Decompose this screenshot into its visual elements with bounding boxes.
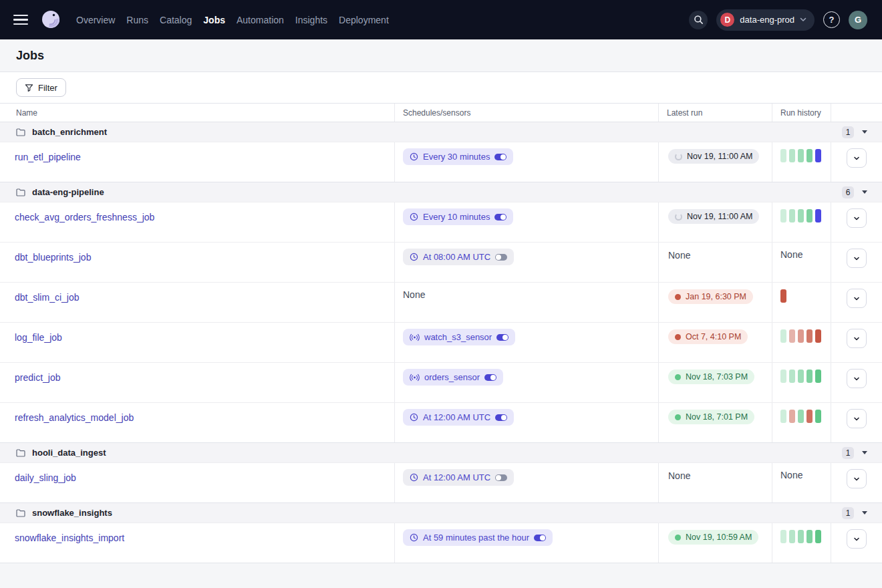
run-history-bar[interactable] — [789, 370, 795, 383]
row-actions-cell — [831, 202, 882, 242]
expand-row-button[interactable] — [847, 329, 867, 348]
group-row[interactable]: batch_enrichment1 — [0, 122, 882, 142]
group-collapse-caret-icon[interactable] — [862, 190, 867, 194]
jobs-table-body: batch_enrichment1run_etl_pipelineEvery 3… — [0, 122, 882, 563]
run-history-bar[interactable] — [780, 370, 786, 383]
expand-row-button[interactable] — [847, 469, 867, 488]
run-history-bar[interactable] — [789, 329, 795, 343]
run-history-bar[interactable] — [798, 530, 804, 543]
schedule-toggle[interactable] — [484, 374, 496, 381]
schedule-name-link[interactable]: At 59 minutes past the hour — [423, 533, 529, 543]
schedules-cell: At 59 minutes past the hour — [394, 523, 658, 563]
expand-row-button[interactable] — [847, 529, 867, 549]
latest-run-link[interactable]: Nov 19, 11:00 AM — [687, 152, 752, 161]
nav-item-automation[interactable]: Automation — [237, 12, 284, 28]
job-name-link[interactable]: predict_job — [15, 372, 61, 383]
latest-run-link[interactable]: Nov 18, 7:01 PM — [686, 412, 748, 422]
run-history-bar[interactable] — [789, 149, 795, 162]
latest-run-link[interactable]: Nov 19, 11:00 AM — [687, 212, 752, 221]
run-history-bar[interactable] — [780, 289, 786, 303]
job-name-link[interactable]: run_etl_pipeline — [15, 152, 81, 162]
sensor-name-link[interactable]: watch_s3_sensor — [424, 332, 492, 342]
run-history-bar[interactable] — [789, 209, 795, 223]
sensor-name-link[interactable]: orders_sensor — [424, 372, 480, 382]
group-collapse-caret-icon[interactable] — [862, 511, 867, 514]
column-header-name: Name — [0, 104, 394, 122]
latest-run-link[interactable]: Oct 7, 4:10 PM — [686, 332, 741, 341]
schedule-name-link[interactable]: At 08:00 AM UTC — [423, 252, 490, 262]
run-history-bar[interactable] — [798, 410, 804, 423]
nav-item-runs[interactable]: Runs — [126, 12, 148, 28]
run-history-bar[interactable] — [806, 329, 813, 343]
group-row[interactable]: hooli_data_ingest1 — [0, 442, 882, 462]
group-row[interactable]: data-eng-pipeline6 — [0, 182, 882, 202]
run-history-bar[interactable] — [798, 370, 804, 383]
row-actions-cell — [831, 363, 882, 402]
expand-row-button[interactable] — [847, 369, 867, 388]
expand-row-button[interactable] — [847, 249, 867, 268]
schedule-toggle[interactable] — [496, 334, 508, 341]
run-history-bar[interactable] — [780, 329, 786, 343]
run-history-bar[interactable] — [815, 410, 821, 423]
schedule-name-link[interactable]: At 12:00 AM UTC — [423, 472, 490, 482]
run-history-bar[interactable] — [789, 530, 795, 543]
expand-row-button[interactable] — [847, 208, 867, 228]
expand-row-button[interactable] — [847, 148, 867, 168]
filter-button[interactable]: Filter — [16, 78, 66, 97]
run-history-bar[interactable] — [806, 410, 813, 423]
schedule-name-link[interactable]: Every 10 minutes — [423, 212, 490, 222]
run-history-bar[interactable] — [815, 149, 821, 162]
expand-row-button[interactable] — [847, 289, 867, 308]
run-history-none-label: None — [780, 470, 802, 480]
nav-item-deployment[interactable]: Deployment — [339, 12, 389, 28]
hamburger-menu-icon[interactable] — [13, 15, 28, 25]
schedule-toggle[interactable] — [494, 214, 506, 220]
run-history-bar[interactable] — [798, 329, 804, 343]
run-history-bar[interactable] — [780, 410, 786, 423]
job-name-link[interactable]: snowflake_insights_import — [15, 533, 124, 543]
latest-run-link[interactable]: Nov 18, 7:03 PM — [686, 372, 748, 382]
group-collapse-caret-icon[interactable] — [862, 451, 867, 454]
job-name-link[interactable]: check_avg_orders_freshness_job — [15, 212, 154, 223]
run-history-bar[interactable] — [780, 209, 786, 223]
schedule-name-link[interactable]: Every 30 minutes — [423, 152, 490, 162]
job-name-link[interactable]: daily_sling_job — [15, 472, 76, 483]
job-name-link[interactable]: dbt_blueprints_job — [15, 252, 91, 263]
run-history-bar[interactable] — [815, 370, 821, 383]
dagster-logo-icon[interactable] — [39, 8, 63, 32]
schedule-toggle[interactable] — [494, 154, 506, 160]
schedule-toggle[interactable] — [495, 474, 507, 481]
job-name-link[interactable]: log_file_job — [15, 332, 62, 343]
nav-item-overview[interactable]: Overview — [76, 12, 115, 28]
run-history-bar[interactable] — [806, 530, 813, 543]
deployment-switcher[interactable]: D data-eng-prod — [716, 9, 815, 31]
nav-item-insights[interactable]: Insights — [295, 12, 327, 28]
schedule-toggle[interactable] — [534, 535, 546, 541]
user-avatar[interactable]: G — [849, 11, 867, 29]
job-name-link[interactable]: refresh_analytics_model_job — [15, 412, 134, 423]
job-name-link[interactable]: dbt_slim_ci_job — [15, 292, 80, 303]
group-row[interactable]: snowflake_insights1 — [0, 502, 882, 523]
run-history-bar[interactable] — [780, 149, 786, 162]
run-history-bar[interactable] — [798, 209, 804, 223]
run-history-bar[interactable] — [806, 149, 813, 162]
nav-item-catalog[interactable]: Catalog — [160, 12, 192, 28]
run-history-bar[interactable] — [815, 209, 821, 223]
run-history-bar[interactable] — [798, 149, 804, 162]
run-history-bar[interactable] — [780, 530, 786, 543]
nav-item-jobs[interactable]: Jobs — [203, 12, 225, 28]
help-icon[interactable]: ? — [823, 11, 840, 28]
run-history-bar[interactable] — [815, 530, 821, 543]
schedule-name-link[interactable]: At 12:00 AM UTC — [423, 412, 490, 422]
latest-run-link[interactable]: Jan 19, 6:30 PM — [686, 292, 746, 301]
run-history-bar[interactable] — [789, 410, 795, 423]
latest-run-link[interactable]: Nov 19, 10:59 AM — [686, 533, 752, 542]
run-history-bar[interactable] — [806, 370, 813, 383]
search-button[interactable] — [689, 11, 708, 29]
group-collapse-caret-icon[interactable] — [862, 130, 867, 134]
schedule-toggle[interactable] — [495, 254, 507, 261]
schedule-toggle[interactable] — [495, 414, 507, 421]
run-history-bar[interactable] — [815, 329, 821, 343]
run-history-bar[interactable] — [806, 209, 813, 223]
expand-row-button[interactable] — [847, 409, 867, 428]
